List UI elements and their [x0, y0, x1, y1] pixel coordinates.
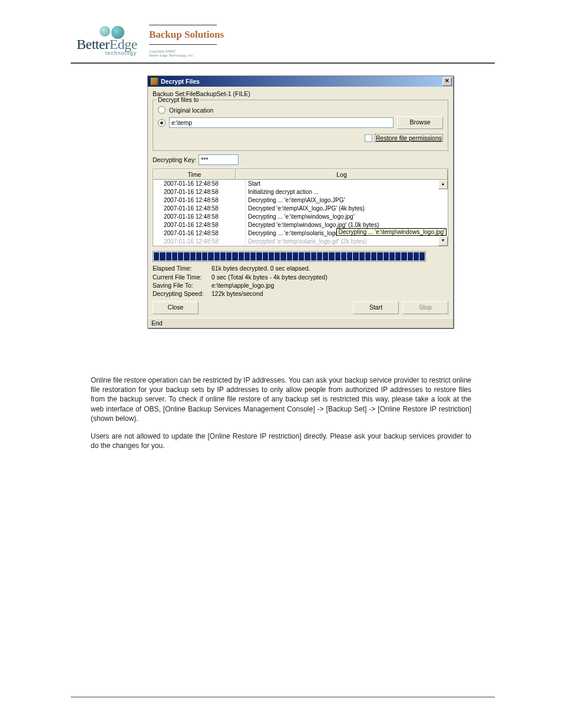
scroll-down-icon[interactable]: ▾: [438, 236, 448, 246]
decrypting-key-input[interactable]: ***: [199, 154, 239, 165]
status-bar: End: [148, 318, 453, 328]
table-row: 2007-01-16 12:48:58Decrypting ... 'e:\te…: [153, 213, 448, 221]
brand-logo: BetterEdge technology: [77, 26, 137, 56]
header-title-block: Backup Solutions Copyright 2008© Better …: [149, 24, 224, 58]
elapsed-time-value: 61k bytes decrypted. 0 sec elapsed.: [211, 264, 310, 272]
path-input[interactable]: e:\temp: [169, 117, 394, 128]
table-row: 2007-01-16 12:48:58Start: [153, 180, 448, 188]
saving-file-to-value: e:\temp\apple_logo.jpg: [211, 281, 274, 289]
dialog-titlebar[interactable]: Decrypt Files ✕: [148, 76, 453, 87]
brand-sub: technology: [105, 50, 137, 56]
checkbox-restore-permissions[interactable]: [365, 134, 372, 142]
saving-file-to-label: Saving File To:: [153, 281, 211, 289]
footer-rule: [71, 697, 495, 698]
start-button[interactable]: Start: [353, 301, 399, 314]
decrypt-files-dialog: Decrypt Files ✕ Backup Set:FileBackupSet…: [147, 75, 454, 328]
decrypt-files-to-legend: Decrypt files to: [157, 96, 200, 103]
body-text: Online file restore operation can be res…: [91, 375, 471, 450]
log-body[interactable]: 2007-01-16 12:48:58Start 2007-01-16 12:4…: [153, 180, 448, 246]
paragraph-1: Online file restore operation can be res…: [91, 375, 471, 423]
table-row: 2007-01-16 12:48:58Decrypting ... 'e:\te…: [153, 196, 448, 205]
stats-block: Elapsed Time:61k bytes decrypted. 0 sec …: [153, 264, 448, 298]
current-file-time-label: Current File Time:: [153, 273, 211, 281]
browse-button[interactable]: Browse: [397, 116, 443, 129]
scroll-up-icon[interactable]: ▴: [438, 180, 448, 189]
close-button[interactable]: Close: [153, 301, 199, 314]
header-rule: [71, 62, 495, 64]
log-table: Time Log 2007-01-16 12:48:58Start 2007-0…: [153, 169, 448, 246]
radio-original-location[interactable]: [158, 106, 166, 114]
radio-custom-path[interactable]: [158, 119, 166, 127]
stop-button[interactable]: Stop: [402, 301, 448, 314]
copyright: Copyright 2008© Better Edge Technology, …: [149, 50, 224, 58]
log-tooltip: Decrypting ... 'e:\temp\windows_logo.jpg…: [336, 228, 447, 236]
header-title: Backup Solutions: [149, 27, 224, 43]
window-icon: [150, 77, 158, 85]
col-time-header[interactable]: Time: [153, 169, 236, 180]
close-icon[interactable]: ✕: [442, 77, 452, 86]
current-file-time-value: 0 sec (Total 4k bytes - 4k bytes decrypt…: [211, 273, 328, 281]
table-row: 2007-01-16 12:48:58Initializing decrypt …: [153, 188, 448, 196]
paragraph-2: Users are not allowed to update the [Onl…: [91, 431, 471, 450]
table-row: 2007-01-16 12:48:58Decrypted 'e:\temp\so…: [153, 238, 448, 246]
decrypting-key-label: Decrypting Key:: [153, 156, 196, 163]
elapsed-time-label: Elapsed Time:: [153, 264, 211, 272]
dialog-title: Decrypt Files: [161, 78, 200, 85]
decrypting-speed-value: 122k bytes/second: [211, 289, 263, 298]
table-row: 2007-01-16 12:48:58Decrypted 'e:\temp\AI…: [153, 205, 448, 213]
decrypt-files-to-group: Decrypt files to Original location e:\te…: [153, 100, 448, 151]
progress-bar: [153, 251, 426, 262]
decrypting-speed-label: Decrypting Speed:: [153, 289, 211, 298]
brand-better: Better: [77, 37, 110, 52]
radio-original-location-label: Original location: [169, 107, 213, 114]
page-header: BetterEdge technology Backup Solutions C…: [0, 0, 562, 58]
restore-permissions-label[interactable]: Restore file permissions: [375, 134, 443, 142]
col-log-header[interactable]: Log: [236, 169, 448, 180]
